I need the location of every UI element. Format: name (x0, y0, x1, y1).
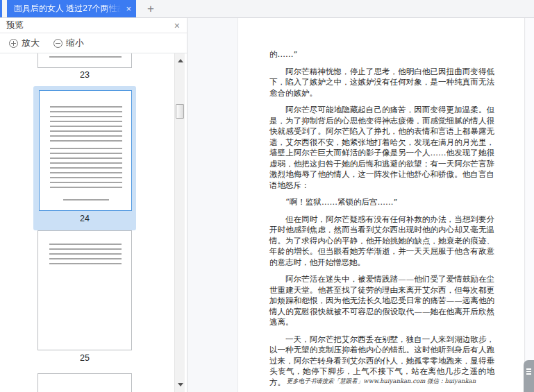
zoom-in-label: 放大 (22, 37, 40, 49)
thumbnail-label-24: 24 (33, 214, 136, 223)
document-view: 的……” 阿尔芒精神恍惚，停止了思考，他明白他已因扭曲而变得低下，陷入了嫉妒之中… (187, 18, 534, 392)
thumbnail-text-placeholder (49, 56, 122, 60)
page-text: 的……” 阿尔芒精神恍惚，停止了思考，他明白他已因扭曲而变得低下，陷入了嫉妒之中… (238, 18, 524, 392)
zoom-in-icon (9, 39, 18, 48)
zoom-out-label: 缩小 (66, 37, 84, 49)
sidebar-scrollbar[interactable] (174, 53, 185, 392)
zoom-out-icon (53, 39, 62, 48)
thumbnail-text-placeholder (63, 199, 109, 201)
floating-side-handle[interactable] (524, 360, 534, 392)
scroll-up-arrow-icon[interactable] (178, 59, 183, 62)
thumbnail-page-23[interactable] (37, 53, 132, 68)
dialogue-line: “啊！监狱……紧锁的后宫……” (269, 197, 494, 208)
thumbnail-selection-24[interactable]: 24 (33, 86, 136, 230)
new-tab-button[interactable]: + (142, 0, 160, 17)
paragraph: 阿尔芒精神恍惚，停止了思考，他明白他已因扭曲而变得低下，陷入了嫉妒之中，这嫉妒没… (269, 67, 494, 99)
app-body: 预览 × 放大 缩小 23 (0, 18, 534, 392)
scroll-down-arrow-icon[interactable] (178, 383, 183, 386)
thumbnail-text-placeholder (49, 244, 122, 268)
preview-sidebar: 预览 × 放大 缩小 23 (0, 18, 187, 392)
preview-panel-title: 预览 (6, 19, 174, 31)
thumbnail-list: 23 24 25 (0, 53, 187, 392)
paragraph: 阿尔芒尽可能地隐藏起自己的痛苦，因而变得更加温柔。但是，为了抑制背后的心思他变得… (269, 105, 494, 191)
preview-close-icon[interactable]: × (174, 21, 180, 31)
zoom-in-button[interactable]: 放大 (9, 37, 40, 49)
handle-grip-icon (526, 368, 531, 376)
tab-book[interactable]: 面具后的女人 透过27个两性故事 × (7, 0, 136, 17)
thumbnail-text-placeholder (50, 106, 122, 144)
paragraph: 阿尔芒活在迷失中，被爱情践踏——他们受了爱情鼓励在尘世重建天堂。他甚至找了徒劳的… (269, 274, 494, 328)
document-page: 的……” 阿尔芒精神恍惚，停止了思考，他明白他已因扭曲而变得低下，陷入了嫉妒之中… (237, 18, 525, 392)
thumbnail-page-24[interactable] (39, 90, 132, 211)
window-accent-strip (0, 0, 2, 17)
sidebar-scrollbar-thumb[interactable] (176, 104, 184, 119)
ebook-watermark: 更多电子书请搜索「慧眼看」www.huiyankan.com 微信：huiyan… (238, 377, 524, 386)
tab-close-icon[interactable]: × (126, 4, 131, 13)
thumbnail-text-placeholder (50, 148, 122, 191)
tab-title: 面具后的女人 透过27个两性故事 (14, 3, 123, 15)
thumbnail-label-25: 25 (33, 353, 136, 363)
tab-bar: 面具后的女人 透过27个两性故事 × + (0, 0, 534, 18)
thumbnail-page-26[interactable] (37, 373, 132, 392)
paragraph: 但在同时，阿尔芒疑惑有没有任何补救的办法，当想到要分开时他感到焦虑，然而当看到艾… (269, 214, 494, 269)
thumbnail-zoom-toolbar: 放大 缩小 (0, 33, 187, 53)
thumbnail-page-25[interactable] (37, 230, 132, 350)
thumbnail-label-23: 23 (33, 70, 136, 80)
main-scrollbar-track[interactable] (526, 18, 534, 392)
preview-panel-header: 预览 × (0, 18, 187, 33)
zoom-out-button[interactable]: 缩小 (53, 37, 84, 49)
paragraph: 的……” (269, 49, 494, 60)
